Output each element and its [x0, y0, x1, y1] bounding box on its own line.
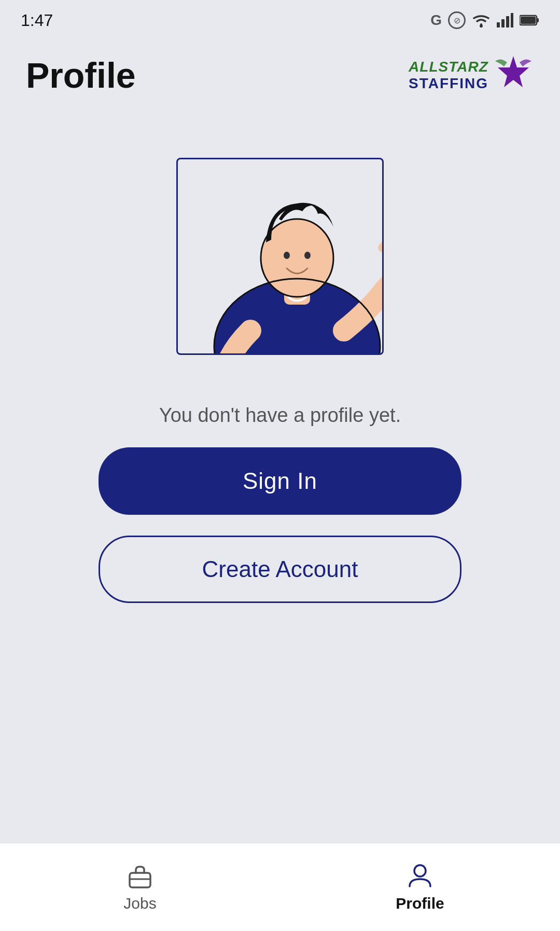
svg-rect-19	[130, 873, 150, 887]
logo-staffing: Staffing	[409, 75, 488, 92]
no-disturb-icon: ⊘	[448, 11, 466, 29]
battery-icon	[520, 14, 539, 26]
wifi-icon	[472, 13, 491, 28]
logo-star-icon	[493, 52, 534, 98]
bottom-navigation: Jobs Profile	[0, 843, 560, 931]
status-time: 1:47	[21, 11, 53, 30]
svg-point-13	[304, 252, 311, 259]
no-profile-message: You don't have a profile yet.	[159, 404, 401, 427]
signal-icon	[497, 13, 513, 28]
logo-allstarz: AllStarz	[409, 59, 488, 75]
illustration-container	[135, 140, 425, 373]
svg-point-0	[480, 24, 483, 28]
svg-rect-4	[511, 13, 513, 28]
page-title: Profile	[26, 55, 136, 95]
header: Profile AllStarz Staffing	[0, 36, 560, 108]
person-icon	[407, 862, 433, 889]
google-icon: G	[430, 12, 442, 29]
svg-rect-6	[537, 18, 539, 22]
illustration-box	[176, 158, 384, 355]
nav-label-profile: Profile	[396, 895, 444, 912]
brand-logo: AllStarz Staffing	[409, 52, 534, 98]
svg-rect-2	[501, 19, 505, 28]
nav-item-jobs[interactable]: Jobs	[0, 862, 280, 912]
briefcase-icon	[127, 862, 153, 889]
signin-button[interactable]: Sign In	[99, 447, 461, 515]
status-icons: G ⊘	[430, 11, 539, 29]
content-area: You don't have a profile yet. Sign In Cr…	[0, 394, 560, 603]
svg-rect-7	[521, 17, 536, 24]
svg-point-12	[284, 252, 290, 259]
create-account-button[interactable]: Create Account	[99, 536, 461, 603]
svg-rect-3	[506, 16, 509, 28]
nav-label-jobs: Jobs	[123, 895, 156, 912]
svg-rect-1	[497, 22, 500, 28]
nav-item-profile[interactable]: Profile	[280, 862, 560, 912]
character-illustration	[176, 158, 384, 355]
svg-point-21	[414, 865, 426, 877]
status-bar: 1:47 G ⊘	[0, 0, 560, 36]
